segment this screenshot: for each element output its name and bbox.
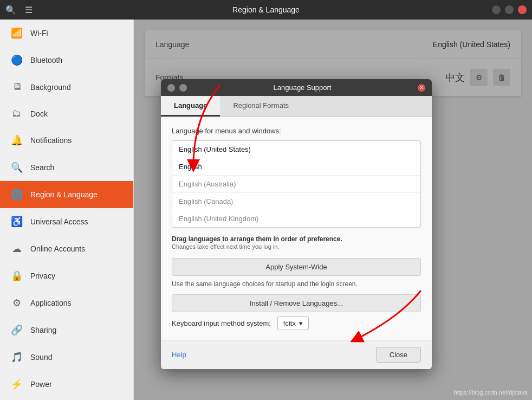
content-area: Language English (United States) Formats…: [134, 20, 532, 400]
lang-item-en-au[interactable]: English (Australia): [172, 176, 420, 193]
dropdown-arrow-icon: ▾: [299, 319, 303, 327]
sidebar-label-dock: Dock: [30, 109, 48, 118]
sidebar-item-sharing[interactable]: 🔗 Sharing: [0, 317, 133, 344]
sound-icon: 🎵: [11, 351, 23, 363]
lang-item-en-us-label: English (United States): [179, 145, 251, 153]
tab-language-label: Language: [174, 101, 207, 109]
keyboard-label: Keyboard input method system:: [172, 319, 271, 327]
menu-icon[interactable]: ☰: [25, 5, 33, 15]
search-sidebar-icon: 🔍: [11, 162, 23, 173]
sidebar-label-wifi: Wi-Fi: [30, 29, 48, 37]
apply-system-wide-button[interactable]: Apply System-Wide: [172, 258, 421, 276]
titlebar: 🔍 ☰ Region & Language ─ □ ✕: [0, 0, 532, 20]
use-same-text: Use the same language choices for startu…: [172, 280, 421, 288]
sidebar-label-power: Power: [30, 380, 52, 389]
universal-access-icon: ♿: [11, 216, 23, 228]
sidebar-label-search: Search: [30, 163, 54, 172]
sharing-icon: 🔗: [11, 324, 23, 336]
keyboard-row: Keyboard input method system: fcitx ▾: [172, 317, 421, 330]
wifi-icon: 📶: [11, 27, 23, 39]
dialog-footer: Help Close: [161, 340, 432, 369]
sidebar-label-bluetooth: Bluetooth: [30, 56, 62, 64]
sidebar-label-notifications: Notifications: [30, 136, 72, 145]
sidebar-item-universal-access[interactable]: ♿ Universal Access: [0, 208, 133, 235]
lang-item-en-gb-label: English (United Kingdom): [179, 215, 258, 223]
sidebar-item-wifi[interactable]: 📶 Wi-Fi: [0, 20, 133, 47]
sidebar-item-notifications[interactable]: 🔔 Notifications: [0, 127, 133, 154]
search-icon[interactable]: 🔍: [5, 5, 16, 15]
dialog-title: Language Support: [191, 83, 413, 92]
privacy-icon: 🔒: [11, 270, 23, 282]
section-label: Language for menus and windows:: [172, 127, 421, 135]
sidebar-item-dock[interactable]: 🗂 Dock: [0, 100, 133, 127]
notifications-icon: 🔔: [11, 134, 23, 146]
help-link[interactable]: Help: [172, 351, 186, 359]
dialog-maximize-button[interactable]: □: [179, 84, 187, 92]
drag-notice-bold: Drag languages to arrange them in order …: [172, 235, 342, 243]
sidebar-item-region[interactable]: 🌐 Region & Language: [0, 181, 133, 208]
maximize-button[interactable]: □: [505, 5, 514, 14]
sidebar-item-network[interactable]: 🌐 Network: [0, 398, 133, 400]
keyboard-input-dropdown[interactable]: fcitx ▾: [277, 317, 309, 330]
online-accounts-icon: ☁: [11, 243, 23, 255]
dialog-body: Language for menus and windows: English …: [161, 117, 432, 340]
close-button[interactable]: Close: [376, 347, 421, 363]
lang-item-en-ca[interactable]: English (Canada): [172, 193, 420, 210]
dialog-tabs: Language Regional Formats: [161, 96, 432, 117]
keyboard-value: fcitx: [283, 319, 296, 327]
sidebar-label-privacy: Privacy: [30, 272, 55, 280]
dialog-titlebar: ─ □ Language Support ✕: [161, 79, 432, 96]
bluetooth-icon: 🔵: [11, 54, 23, 66]
lang-item-en-label: English: [179, 163, 202, 171]
drag-notice: Drag languages to arrange them in order …: [172, 235, 421, 250]
tab-regional-formats[interactable]: Regional Formats: [220, 96, 302, 117]
dock-icon: 🗂: [11, 108, 23, 119]
close-window-button[interactable]: ✕: [518, 5, 527, 14]
sidebar-label-sound: Sound: [30, 353, 52, 362]
drag-notice-sub: Changes take effect next time you log in…: [172, 243, 280, 250]
region-icon: 🌐: [11, 189, 23, 201]
sidebar-item-background[interactable]: 🖥 Background: [0, 74, 133, 100]
main-layout: 📶 Wi-Fi 🔵 Bluetooth 🖥 Background 🗂 Dock …: [0, 20, 532, 400]
sidebar-item-bluetooth[interactable]: 🔵 Bluetooth: [0, 47, 133, 74]
tab-language[interactable]: Language: [161, 96, 220, 117]
tab-regional-label: Regional Formats: [233, 101, 289, 109]
applications-icon: ⚙: [11, 297, 23, 309]
window-title: Region & Language: [232, 5, 300, 14]
install-remove-button[interactable]: Install / Remove Languages...: [172, 294, 421, 312]
sidebar-label-sharing: Sharing: [30, 326, 56, 334]
background-icon: 🖥: [11, 81, 23, 93]
sidebar-item-power[interactable]: ⚡ Power: [0, 371, 133, 398]
lang-item-en-ca-label: English (Canada): [179, 197, 233, 205]
sidebar-item-search[interactable]: 🔍 Search: [0, 154, 133, 181]
sidebar-item-privacy[interactable]: 🔒 Privacy: [0, 262, 133, 289]
lang-item-en[interactable]: English: [172, 158, 420, 176]
sidebar-label-applications: Applications: [30, 299, 72, 307]
sidebar-item-online-accounts[interactable]: ☁ Online Accounts: [0, 235, 133, 262]
minimize-button[interactable]: ─: [492, 5, 501, 14]
language-support-dialog: ─ □ Language Support ✕ Language Regional…: [161, 79, 432, 369]
sidebar-item-sound[interactable]: 🎵 Sound: [0, 344, 133, 371]
watermark: https://blog.csdn.net/djstava: [454, 389, 528, 396]
lang-item-en-us[interactable]: English (United States): [172, 141, 420, 158]
sidebar-label-universal-access: Universal Access: [30, 217, 88, 226]
sidebar-label-online-accounts: Online Accounts: [30, 244, 85, 253]
language-list: English (United States) English English …: [172, 140, 421, 228]
sidebar: 📶 Wi-Fi 🔵 Bluetooth 🖥 Background 🗂 Dock …: [0, 20, 134, 400]
sidebar-item-applications[interactable]: ⚙ Applications: [0, 289, 133, 317]
dialog-close-button[interactable]: ✕: [418, 84, 425, 92]
window-controls: ─ □ ✕: [492, 5, 527, 14]
lang-item-en-gb[interactable]: English (United Kingdom): [172, 210, 420, 227]
power-icon: ⚡: [11, 378, 23, 390]
sidebar-label-region: Region & Language: [30, 190, 98, 199]
sidebar-label-background: Background: [30, 83, 71, 92]
lang-item-en-au-label: English (Australia): [179, 180, 236, 188]
dialog-minimize-button[interactable]: ─: [167, 84, 175, 92]
